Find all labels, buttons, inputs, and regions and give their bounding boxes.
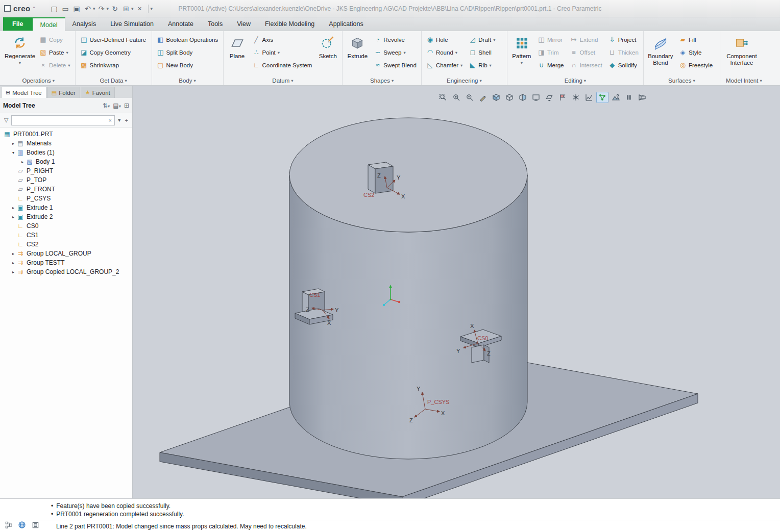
panel-tab-model-tree[interactable]: ⊞ Model Tree xyxy=(1,87,46,98)
tree-item-cs2[interactable]: ∟ CS2 xyxy=(0,240,132,249)
sweep-button[interactable]: ∼ Sweep ▾ xyxy=(371,46,419,59)
hole-button[interactable]: ◉ Hole xyxy=(424,33,465,46)
collapse-icon[interactable]: ▾ xyxy=(10,150,16,155)
redo-dropdown-icon[interactable]: ▾ xyxy=(107,6,109,11)
scene-icon[interactable] xyxy=(610,92,622,103)
round-button[interactable]: ◠ Round ▾ xyxy=(424,46,465,59)
group-label-body[interactable]: Body▾ xyxy=(154,75,221,85)
shrinkwrap-button[interactable]: ▩ Shrinkwrap xyxy=(78,59,149,71)
model-display-icon[interactable] xyxy=(31,520,40,529)
component-interface-button[interactable]: Component Interface xyxy=(722,33,761,66)
tree-toggle-icon[interactable] xyxy=(4,520,13,529)
axis-button[interactable]: ╱ Axis xyxy=(250,33,315,46)
zoom-in-icon[interactable] xyxy=(450,92,462,103)
project-button[interactable]: ⇩ Project xyxy=(606,33,641,46)
group-label-engineering[interactable]: Engineering▾ xyxy=(424,75,505,85)
expand-icon[interactable]: ▸ xyxy=(10,261,16,265)
graphics-viewport[interactable]: Z Y X CS2 Z Y X CS1 xyxy=(133,86,780,498)
expand-icon[interactable]: ▸ xyxy=(10,251,16,256)
group-label-datum[interactable]: Datum▾ xyxy=(226,75,340,85)
plane-button[interactable]: Plane xyxy=(226,33,249,60)
tab-applications[interactable]: Applications xyxy=(322,17,370,31)
filter-dropdown-icon[interactable]: ▾ xyxy=(117,117,122,123)
extend-button[interactable]: ↦ Extend xyxy=(568,33,605,46)
tab-live-simulation[interactable]: Live Simulation xyxy=(103,17,161,31)
window-dropdown-icon[interactable]: ▾ xyxy=(131,6,134,11)
tab-annotate[interactable]: Annotate xyxy=(161,17,201,31)
new-file-icon[interactable]: ▢ xyxy=(49,3,59,14)
panel-tab-favorites[interactable]: ★ Favorit xyxy=(81,87,115,98)
intersect-button[interactable]: ∩ Intersect xyxy=(568,59,605,71)
expand-icon[interactable]: ▸ xyxy=(10,270,16,274)
tab-view[interactable]: View xyxy=(230,17,258,31)
tree-item-part[interactable]: ▦ PRT0001.PRT xyxy=(0,130,132,139)
boundary-blend-button[interactable]: Boundary Blend xyxy=(646,33,675,66)
revolve-button[interactable]: ◔ Revolve xyxy=(371,33,419,46)
new-body-button[interactable]: ▢ New Body xyxy=(154,59,221,71)
tree-item-p-right[interactable]: ▱ P_RIGHT xyxy=(0,166,132,175)
pause-icon[interactable] xyxy=(623,92,635,103)
sketch-button[interactable]: Sketch xyxy=(315,33,340,60)
display-style-icon[interactable] xyxy=(503,92,516,103)
chamfer-button[interactable]: ◺ Chamfer ▾ xyxy=(424,59,465,71)
undo-dropdown-icon[interactable]: ▾ xyxy=(93,6,95,11)
shading-icon[interactable] xyxy=(490,92,502,103)
trim-button[interactable]: ◨ Trim xyxy=(535,46,567,59)
draft-button[interactable]: ◿ Draft ▾ xyxy=(466,33,498,46)
tree-item-p-top[interactable]: ▱ P_TOP xyxy=(0,175,132,185)
extrude-button[interactable]: Extrude xyxy=(345,33,370,60)
group-label-editing[interactable]: Editing▾ xyxy=(509,75,641,85)
tab-tools[interactable]: Tools xyxy=(201,17,230,31)
filter-clear-icon[interactable]: × xyxy=(108,117,113,123)
tree-settings-icon[interactable]: ▤▾ xyxy=(113,102,121,109)
delete-button[interactable]: × Delete ▾ xyxy=(37,59,73,71)
tab-analysis[interactable]: Analysis xyxy=(65,17,104,31)
paste-button[interactable]: ▧ Paste ▾ xyxy=(37,46,73,59)
regenerate-quick-icon[interactable]: ↻ xyxy=(110,3,120,14)
boolean-operations-button[interactable]: ◧ Boolean Operations xyxy=(154,33,221,46)
save-icon[interactable]: ▣ xyxy=(71,3,82,14)
cylinder-body[interactable] xyxy=(289,118,527,459)
redo-icon[interactable]: ↷ xyxy=(96,3,107,14)
web-browser-globe-icon[interactable] xyxy=(17,520,27,529)
undo-icon[interactable]: ↶ xyxy=(83,3,93,14)
point-button[interactable]: ∴ Point ▾ xyxy=(250,46,315,59)
regenerate-button[interactable]: Regenerate ▾ xyxy=(4,33,36,66)
rib-button[interactable]: ◣ Rib ▾ xyxy=(466,59,498,71)
refit-icon[interactable] xyxy=(437,92,449,103)
filter-funnel-icon[interactable]: ▽ xyxy=(3,117,9,123)
style-button[interactable]: ◈ Style xyxy=(676,46,715,59)
saved-orientations-icon[interactable] xyxy=(530,92,542,103)
offset-button[interactable]: ≡ Offset xyxy=(568,46,605,59)
section-icon[interactable] xyxy=(517,92,529,103)
group-label-surfaces[interactable]: Surfaces▾ xyxy=(646,75,718,85)
copy-button[interactable]: ▤ Copy xyxy=(37,33,73,46)
qat-customize-icon[interactable]: ▾ xyxy=(151,6,153,11)
tree-item-extrude-2[interactable]: ▸ ▣ Extrude 2 xyxy=(0,212,132,221)
open-file-icon[interactable]: ▭ xyxy=(60,3,70,14)
split-body-button[interactable]: ◫ Split Body xyxy=(154,46,221,59)
group-label-get-data[interactable]: Get Data▾ xyxy=(78,75,150,85)
thicken-button[interactable]: ⊔ Thicken xyxy=(606,46,641,59)
annotation-display-icon[interactable] xyxy=(556,92,569,103)
tree-item-cs1[interactable]: ∟ CS1 xyxy=(0,231,132,240)
datum-display-icon[interactable] xyxy=(543,92,555,103)
tree-item-group-copied-local-group-2[interactable]: ▸ ⇉ Group Copied LOCAL_GROUP_2 xyxy=(0,267,132,276)
3d-model-canvas[interactable]: Z Y X CS2 Z Y X CS1 xyxy=(133,86,780,498)
shell-button[interactable]: ◻ Shell xyxy=(466,46,498,59)
group-label-shapes[interactable]: Shapes▾ xyxy=(345,75,419,85)
tree-item-p-front[interactable]: ▱ P_FRONT xyxy=(0,185,132,194)
tree-item-materials[interactable]: ▸ ▤ Materials xyxy=(0,139,132,148)
filter-add-icon[interactable]: + xyxy=(124,117,129,123)
tree-filter-input[interactable] xyxy=(13,117,107,123)
solidify-button[interactable]: ◆ Solidify xyxy=(606,59,641,71)
tree-item-bodies[interactable]: ▾ ▥ Bodies (1) xyxy=(0,148,132,157)
perspective-icon[interactable] xyxy=(636,92,648,103)
tree-filters-icon[interactable]: ⇅▾ xyxy=(103,102,110,109)
tree-item-extrude-1[interactable]: ▸ ▣ Extrude 1 xyxy=(0,203,132,212)
group-label-model-intent[interactable]: Model Intent▾ xyxy=(722,75,766,85)
tree-item-group-local-group[interactable]: ▸ ⇉ Group LOCAL_GROUP xyxy=(0,249,132,258)
close-window-icon[interactable]: × xyxy=(135,3,145,14)
tab-model[interactable]: Model xyxy=(33,17,65,31)
expand-icon[interactable]: ▸ xyxy=(10,141,16,146)
